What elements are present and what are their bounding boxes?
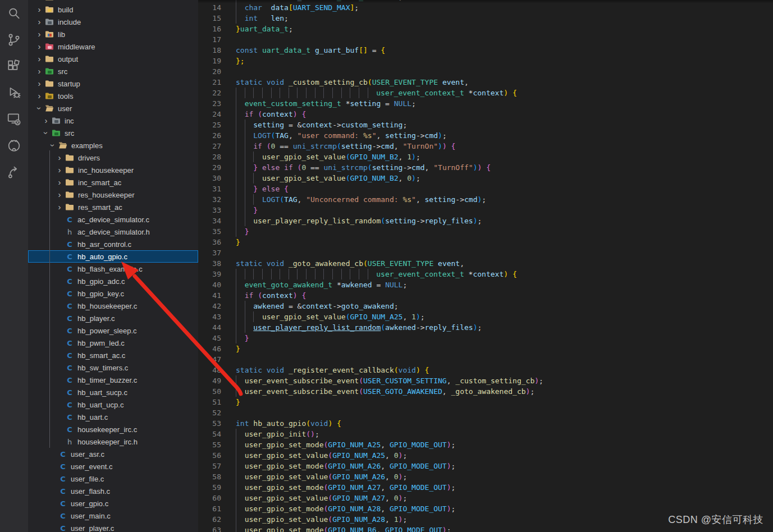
code-line-15[interactable]: 15int len; bbox=[198, 13, 773, 24]
run-and-debug-icon[interactable] bbox=[0, 79, 28, 106]
tree-file-user_event.c[interactable]: Cuser_event.c bbox=[28, 460, 198, 473]
tree-folder-examples[interactable]: ›examples bbox=[28, 139, 198, 152]
line-number[interactable]: 56 bbox=[198, 450, 221, 461]
line-number[interactable]: 28 bbox=[198, 152, 221, 162]
line-number[interactable]: 52 bbox=[198, 407, 221, 418]
line-number[interactable]: 16 bbox=[198, 24, 221, 34]
code-line-22[interactable]: 22user_event_context_t *context) { bbox=[198, 88, 773, 98]
code-line-16[interactable]: 16}uart_data_t; bbox=[198, 24, 773, 34]
code-line-44[interactable]: 44user_player_reply_list_random(awkened-… bbox=[198, 322, 773, 333]
tree-file-hb_asr_control.c[interactable]: Chb_asr_control.c bbox=[28, 238, 198, 250]
code-line-56[interactable]: 56user_gpio_set_value(GPIO_NUM_A25, 0); bbox=[198, 450, 773, 461]
tree-file-hb_player.c[interactable]: Chb_player.c bbox=[28, 312, 198, 324]
code-line-53[interactable]: 53int hb_auto_gpio(void) { bbox=[198, 418, 773, 429]
code-line-37[interactable]: 37 bbox=[198, 247, 773, 258]
code-line-33[interactable]: 33} bbox=[198, 205, 773, 215]
code-line-39[interactable]: 39user_event_context_t *context) { bbox=[198, 269, 773, 279]
line-number[interactable]: 36 bbox=[198, 237, 221, 247]
code-line-50[interactable]: 50user_event_subscribe_event(USER_GOTO_A… bbox=[198, 386, 773, 397]
line-number[interactable]: 51 bbox=[198, 397, 221, 407]
line-number[interactable]: 39 bbox=[198, 269, 221, 279]
tree-folder-src[interactable]: ›src bbox=[28, 127, 198, 139]
tree-folder-inc[interactable]: ›inc bbox=[28, 114, 198, 127]
tree-file-user_main.c[interactable]: Cuser_main.c bbox=[28, 510, 198, 522]
code-line-30[interactable]: 30user_gpio_set_value(GPIO_NUM_B2, 0); bbox=[198, 173, 773, 184]
tree-file-hb_pwm_led.c[interactable]: Chb_pwm_led.c bbox=[28, 337, 198, 349]
line-number[interactable]: 42 bbox=[198, 301, 221, 311]
code-line-45[interactable]: 45} bbox=[198, 333, 773, 343]
line-number[interactable]: 22 bbox=[198, 88, 221, 98]
code-line-40[interactable]: 40event_goto_awakend_t *awkened = NULL; bbox=[198, 279, 773, 290]
code-line-34[interactable]: 34user_player_reply_list_random(setting-… bbox=[198, 215, 773, 226]
code-line-54[interactable]: 54user_gpio_init(); bbox=[198, 429, 773, 439]
code-line-47[interactable]: 47 bbox=[198, 354, 773, 365]
tree-file-hb_sw_timers.c[interactable]: Chb_sw_timers.c bbox=[28, 361, 198, 374]
tree-folder-output[interactable]: ›output bbox=[28, 53, 198, 65]
line-number[interactable]: 63 bbox=[198, 525, 221, 532]
tree-file-user_file.c[interactable]: Cuser_file.c bbox=[28, 473, 198, 485]
line-number[interactable]: 40 bbox=[198, 279, 221, 290]
line-number[interactable]: 53 bbox=[198, 418, 221, 429]
code-line-19[interactable]: 19}; bbox=[198, 56, 773, 66]
tree-folder-res_housekeeper[interactable]: ›res_housekeeper bbox=[28, 189, 198, 201]
line-number[interactable]: 21 bbox=[198, 77, 221, 88]
tree-folder-tools[interactable]: ›tools bbox=[28, 90, 198, 102]
line-number[interactable]: 35 bbox=[198, 226, 221, 237]
line-number[interactable]: 54 bbox=[198, 429, 221, 439]
code-line-26[interactable]: 26LOGT(TAG, "user command: %s", setting-… bbox=[198, 130, 773, 141]
tree-file-hb_flash_example.c[interactable]: Chb_flash_example.c bbox=[28, 263, 198, 275]
tree-folder-include[interactable]: ›include bbox=[28, 16, 198, 28]
code-line-17[interactable]: 17 bbox=[198, 34, 773, 45]
tree-folder-inc_smart_ac[interactable]: ›inc_smart_ac bbox=[28, 176, 198, 189]
line-number[interactable]: 43 bbox=[198, 311, 221, 322]
line-number[interactable]: 45 bbox=[198, 333, 221, 343]
tree-file-ac_device_simulator.h[interactable]: hac_device_simulator.h bbox=[28, 226, 198, 238]
tree-file-housekeeper_irc.c[interactable]: Chousekeeper_irc.c bbox=[28, 423, 198, 435]
line-number[interactable]: 15 bbox=[198, 13, 221, 24]
line-number[interactable]: 25 bbox=[198, 120, 221, 130]
line-number[interactable]: 57 bbox=[198, 461, 221, 471]
line-number[interactable]: 24 bbox=[198, 109, 221, 120]
tree-folder-res_smart_ac[interactable]: ›res_smart_ac bbox=[28, 201, 198, 213]
tree-folder-user[interactable]: ›user bbox=[28, 102, 198, 114]
line-number[interactable]: 47 bbox=[198, 354, 221, 365]
line-number[interactable]: 34 bbox=[198, 215, 221, 226]
line-number[interactable]: 37 bbox=[198, 247, 221, 258]
line-number[interactable]: 18 bbox=[198, 45, 221, 56]
line-number[interactable]: 46 bbox=[198, 343, 221, 354]
code-line-20[interactable]: 20 bbox=[198, 66, 773, 77]
line-number[interactable]: 62 bbox=[198, 514, 221, 525]
tree-file-hb_timer_buzzer.c[interactable]: Chb_timer_buzzer.c bbox=[28, 374, 198, 386]
line-number[interactable]: 60 bbox=[198, 493, 221, 503]
tree-file-hb_power_sleep.c[interactable]: Chb_power_sleep.c bbox=[28, 324, 198, 337]
tree-folder-lib[interactable]: ›lib bbox=[28, 28, 198, 40]
tree-folder-middleware[interactable]: ›middleware bbox=[28, 40, 198, 53]
line-number[interactable]: 29 bbox=[198, 162, 221, 173]
code-line-32[interactable]: 32LOGT(TAG, "Unconcerned command: %s", s… bbox=[198, 194, 773, 205]
search-icon[interactable] bbox=[0, 0, 28, 26]
line-number[interactable]: 38 bbox=[198, 258, 221, 269]
line-number[interactable]: 55 bbox=[198, 439, 221, 450]
line-number[interactable]: 19 bbox=[198, 56, 221, 66]
code-editor[interactable]: 13void (*send_cb)(uart_data_t *data);14c… bbox=[198, 0, 773, 532]
code-line-46[interactable]: 46} bbox=[198, 343, 773, 354]
line-number[interactable]: 49 bbox=[198, 375, 221, 386]
line-number[interactable]: 30 bbox=[198, 173, 221, 184]
line-number[interactable]: 32 bbox=[198, 194, 221, 205]
line-number[interactable]: 26 bbox=[198, 130, 221, 141]
line-number[interactable]: 41 bbox=[198, 290, 221, 301]
line-number[interactable]: 14 bbox=[198, 2, 221, 13]
code-line-21[interactable]: 21static void _custom_setting_cb(USER_EV… bbox=[198, 77, 773, 88]
tree-file-hb_housekeeper.c[interactable]: Chb_housekeeper.c bbox=[28, 300, 198, 312]
code-line-38[interactable]: 38static void _goto_awakened_cb(USER_EVE… bbox=[198, 258, 773, 269]
code-line-28[interactable]: 28user_gpio_set_value(GPIO_NUM_B2, 1); bbox=[198, 152, 773, 162]
tree-file-ac_device_simulator.c[interactable]: Cac_device_simulator.c bbox=[28, 213, 198, 226]
tree-folder-src[interactable]: ›src bbox=[28, 65, 198, 77]
line-number[interactable]: 58 bbox=[198, 471, 221, 482]
github-icon[interactable] bbox=[0, 132, 28, 158]
tree-folder-inc_housekeeper[interactable]: ›inc_housekeeper bbox=[28, 164, 198, 176]
line-number[interactable]: 23 bbox=[198, 98, 221, 109]
tree-folder-drivers[interactable]: ›drivers bbox=[28, 152, 198, 164]
code-line-60[interactable]: 60user_gpio_set_value(GPIO_NUM_A27, 0); bbox=[198, 493, 773, 503]
line-number[interactable]: 17 bbox=[198, 34, 221, 45]
